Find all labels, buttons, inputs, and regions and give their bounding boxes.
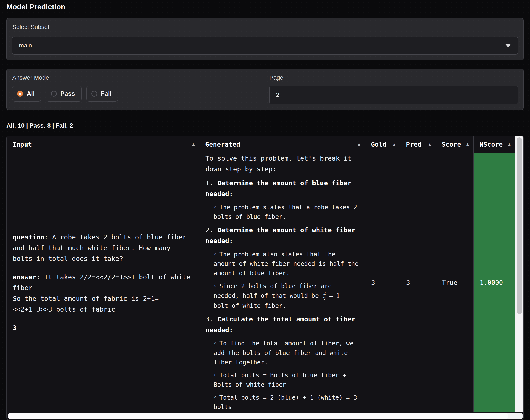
generated-cell-content: To solve this problem, let's break it do…: [206, 153, 359, 412]
generated-intro: To solve this problem, let's break it do…: [206, 153, 359, 175]
cell-generated: To solve this problem, let's break it do…: [199, 153, 365, 412]
generated-bullet: ◦To find the total amount of fiber, we a…: [206, 339, 359, 367]
answer-mode-options: AllPassFail: [12, 86, 261, 102]
radio-option-label: All: [27, 90, 35, 97]
sort-asc-icon: ▲: [508, 142, 511, 147]
page-label: Page: [269, 74, 518, 81]
math-equals: = 1: [327, 292, 342, 299]
page: Model Prediction Select Subset main Answ…: [0, 0, 530, 420]
cell-pred: 3: [400, 153, 436, 412]
dropdown-arrow-icon: [505, 44, 511, 47]
cell-nscore: 1.0000: [474, 153, 515, 412]
vertical-scrollbar-thumb[interactable]: [517, 138, 522, 314]
generated-step-title: 2. Determine the amount of white fiber n…: [206, 225, 359, 246]
answer-mode-label: Answer Mode: [12, 74, 261, 81]
input-text-block: question: A robe takes 2 bolts of blue f…: [13, 232, 194, 264]
input-text-block: answer: It takes 2/2=<<2/2=1>>1 bolt of …: [13, 272, 194, 315]
input-text-block: 3: [13, 322, 194, 333]
subset-label: Select Subset: [12, 24, 518, 30]
page-input[interactable]: [269, 86, 518, 104]
sort-asc-icon: ▲: [466, 142, 469, 147]
column-header-nscore[interactable]: NScore ▲: [474, 136, 515, 153]
sort-asc-icon: ▲: [428, 142, 431, 147]
math-fraction: 22: [322, 291, 327, 301]
bullet-marker-icon: ◦: [214, 204, 217, 211]
answer-mode-group: Answer Mode AllPassFail: [12, 74, 261, 104]
column-header-gold[interactable]: Gold ▲: [365, 136, 400, 153]
sort-asc-icon: ▲: [392, 142, 396, 147]
generated-bullet: ◦Total bolts = Bolts of blue fiber + Bol…: [206, 371, 359, 390]
page-title: Model Prediction: [6, 2, 524, 11]
radio-option-label: Fail: [101, 90, 112, 97]
answer-mode-option-pass[interactable]: Pass: [46, 86, 82, 102]
vertical-scrollbar[interactable]: [515, 136, 523, 412]
subset-dropdown-value: main: [19, 42, 32, 49]
radio-icon: [51, 91, 57, 97]
horizontal-scrollbar[interactable]: [8, 413, 523, 419]
column-header-score[interactable]: Score ▲: [436, 136, 474, 153]
bullet-marker-icon: ◦: [214, 340, 217, 347]
bullet-marker-icon: ◦: [214, 282, 217, 290]
input-cell-content: question: A robe takes 2 bolts of blue f…: [13, 232, 194, 333]
radio-icon: [91, 91, 97, 97]
bullet-marker-icon: ◦: [214, 372, 217, 379]
subset-dropdown[interactable]: main: [12, 37, 518, 55]
subset-panel: Select Subset main: [6, 18, 524, 60]
answer-mode-option-all[interactable]: All: [12, 86, 41, 102]
bullet-marker-icon: ◦: [214, 251, 217, 258]
sort-asc-icon: ▲: [192, 142, 195, 147]
answer-mode-option-fail[interactable]: Fail: [86, 86, 118, 102]
results-table: Input ▲ Generated ▲ Gold ▲ Pred ▲ Score …: [6, 136, 524, 420]
generated-bullet: ◦Since 2 bolts of blue fiber are needed,…: [206, 281, 359, 311]
cell-gold: 3: [365, 153, 400, 412]
bullet-marker-icon: ◦: [214, 394, 217, 401]
generated-bullet: ◦The problem states that a robe takes 2 …: [206, 203, 359, 222]
results-table-grid: Input ▲ Generated ▲ Gold ▲ Pred ▲ Score …: [7, 136, 523, 412]
generated-step-title: 3. Calculate the total amount of fiber n…: [206, 314, 359, 336]
filter-panel: Answer Mode AllPassFail Page: [6, 69, 524, 110]
radio-icon: [17, 91, 23, 97]
radio-option-label: Pass: [60, 90, 75, 97]
generated-step-title: 1. Determine the amount of blue fiber ne…: [206, 178, 359, 199]
horizontal-scrollbar-thumb[interactable]: [9, 413, 508, 419]
cell-score: True: [436, 153, 474, 412]
column-header-pred[interactable]: Pred ▲: [400, 136, 436, 153]
generated-bullet: ◦The problem also states that the amount…: [206, 250, 359, 278]
stats-line: All: 10 | Pass: 8 | Fail: 2: [6, 122, 524, 129]
page-group: Page: [269, 74, 518, 104]
generated-bullet: ◦Total bolts = 2 (blue) + 1 (white) = 3 …: [206, 393, 359, 412]
sort-asc-icon: ▲: [357, 142, 361, 147]
column-header-input[interactable]: Input ▲: [7, 136, 199, 153]
column-header-generated[interactable]: Generated ▲: [199, 136, 365, 153]
cell-input: question: A robe takes 2 bolts of blue f…: [7, 153, 199, 412]
